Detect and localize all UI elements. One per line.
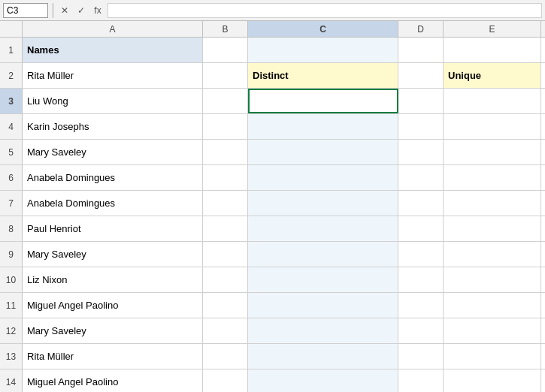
cell-d14[interactable] [398,369,444,392]
cell-b1[interactable] [203,38,248,62]
spreadsheet: A B C D E 1 Names 2 Rita Müller Distinct… [0,21,545,392]
cancel-icon[interactable]: ✕ [58,4,71,17]
cell-b7[interactable] [203,191,248,216]
cell-b4[interactable] [203,114,248,139]
cell-d10[interactable] [398,267,444,292]
table-row: 12 Mary Saveley [0,318,545,344]
cell-d9[interactable] [398,242,444,267]
cell-d4[interactable] [398,114,444,139]
cell-a1[interactable]: Names [23,38,203,62]
formula-input[interactable] [107,3,542,18]
cell-c7[interactable] [248,191,398,216]
confirm-icon[interactable]: ✓ [74,4,88,17]
cell-b13[interactable] [203,344,248,369]
cell-d11[interactable] [398,293,444,318]
cell-b6[interactable] [203,165,248,190]
cell-a4[interactable]: Karin Josephs [23,114,203,139]
col-header-d[interactable]: D [398,21,444,37]
cell-a6[interactable]: Anabela Domingues [23,165,203,190]
cell-b9[interactable] [203,242,248,267]
cell-e12[interactable] [444,318,541,343]
cell-b10[interactable] [203,267,248,292]
cell-e2[interactable]: Unique [444,63,541,88]
col-header-b[interactable]: B [203,21,248,37]
cell-a11[interactable]: Miguel Angel Paolino [23,293,203,318]
cell-b8[interactable] [203,216,248,241]
table-row: 11 Miguel Angel Paolino [0,293,545,318]
cell-e14[interactable] [444,369,541,392]
cell-a14[interactable]: Miguel Angel Paolino [23,369,203,392]
cell-d6[interactable] [398,165,444,190]
cell-c1[interactable] [248,38,398,62]
rows-container: 1 Names 2 Rita Müller Distinct Unique 3 … [0,38,545,392]
cell-e6[interactable] [444,165,541,190]
row-num-10: 10 [0,267,23,292]
cell-e5[interactable] [444,140,541,164]
cell-c12[interactable] [248,318,398,343]
cell-b5[interactable] [203,140,248,164]
cell-e3[interactable] [444,89,541,113]
row-num-2: 2 [0,63,23,88]
cell-a9[interactable]: Mary Saveley [23,242,203,267]
table-row: 2 Rita Müller Distinct Unique [0,63,545,89]
cell-e9[interactable] [444,242,541,267]
cell-c10[interactable] [248,267,398,292]
row-num-7: 7 [0,191,23,216]
cell-d13[interactable] [398,344,444,369]
cell-a12[interactable]: Mary Saveley [23,318,203,343]
cell-c4[interactable] [248,114,398,139]
formula-bar: C3 ✕ ✓ fx [0,0,545,21]
cell-a3[interactable]: Liu Wong [23,89,203,113]
cell-d7[interactable] [398,191,444,216]
table-row: 13 Rita Müller [0,344,545,369]
cell-d1[interactable] [398,38,444,62]
cell-d8[interactable] [398,216,444,241]
cell-b14[interactable] [203,369,248,392]
cell-b11[interactable] [203,293,248,318]
col-header-a[interactable]: A [23,21,203,37]
cell-e7[interactable] [444,191,541,216]
cell-c2[interactable]: Distinct [248,63,398,88]
cell-c9[interactable] [248,242,398,267]
cell-d5[interactable] [398,140,444,164]
cell-d2[interactable] [398,63,444,88]
cell-c8[interactable] [248,216,398,241]
cell-c11[interactable] [248,293,398,318]
cell-c13[interactable] [248,344,398,369]
cell-c14[interactable] [248,369,398,392]
cell-e10[interactable] [444,267,541,292]
cell-a10[interactable]: Liz Nixon [23,267,203,292]
cell-e8[interactable] [444,216,541,241]
cell-a13[interactable]: Rita Müller [23,344,203,369]
cell-b12[interactable] [203,318,248,343]
formula-icons: ✕ ✓ fx [58,4,104,17]
cell-a8[interactable]: Paul Henriot [23,216,203,241]
cell-e4[interactable] [444,114,541,139]
table-row: 7 Anabela Domingues [0,191,545,216]
row-num-12: 12 [0,318,23,343]
row-num-13: 13 [0,344,23,369]
cell-ref-value: C3 [7,5,18,16]
cell-a2[interactable]: Rita Müller [23,63,203,88]
col-header-e[interactable]: E [444,21,541,37]
cell-a7[interactable]: Anabela Domingues [23,191,203,216]
cell-d3[interactable] [398,89,444,113]
table-row: 9 Mary Saveley [0,242,545,267]
cell-e11[interactable] [444,293,541,318]
cell-c3[interactable] [248,89,398,113]
cell-b3[interactable] [203,89,248,113]
row-num-9: 9 [0,242,23,267]
cell-d12[interactable] [398,318,444,343]
row-num-5: 5 [0,140,23,164]
table-row: 3 Liu Wong [0,89,545,114]
cell-reference-box[interactable]: C3 [3,3,48,18]
function-icon[interactable]: fx [91,4,104,17]
cell-e13[interactable] [444,344,541,369]
cell-b2[interactable] [203,63,248,88]
col-header-c[interactable]: C [248,21,398,37]
table-row: 14 Miguel Angel Paolino [0,369,545,392]
cell-e1[interactable] [444,38,541,62]
cell-a5[interactable]: Mary Saveley [23,140,203,164]
cell-c5[interactable] [248,140,398,164]
cell-c6[interactable] [248,165,398,190]
